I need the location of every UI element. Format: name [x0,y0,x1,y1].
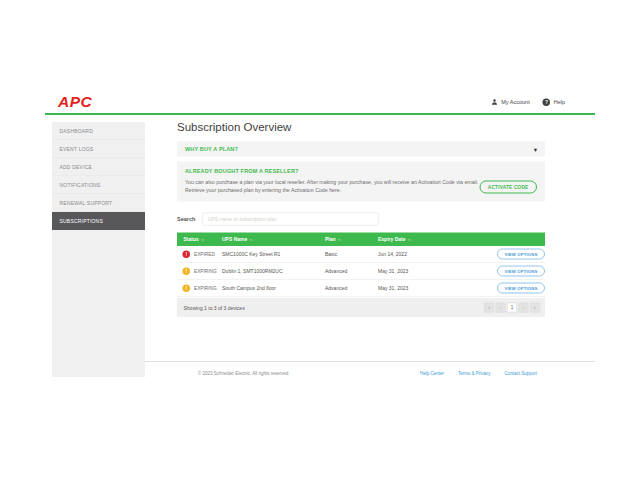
why-buy-a-plan-label: WHY BUY A PLAN? [185,146,238,152]
status-label: EXPIRING [194,268,217,274]
view-options-button[interactable]: VIEW OPTIONS [497,266,545,277]
chevron-down-icon: ▾ [534,145,537,153]
action-cell: VIEW OPTIONS [496,283,545,294]
main-content: Subscription Overview WHY BUY A PLAN? ▾ … [177,120,545,317]
search-label: Search [177,216,195,222]
status-cell: ! EXPIRING [177,267,222,275]
column-header-ups-name[interactable]: UPS Name ↑↓ [222,237,325,243]
column-header-status[interactable]: Status ↑↓ [177,237,222,243]
status-cell: ! EXPIRED [177,250,222,258]
pagination: « ‹ 1 › » [484,303,540,313]
help-center-link[interactable]: Help Center [420,371,444,376]
my-account-label: My Account [501,99,529,105]
table-row: ! EXPIRING Dublin 1, SMT1000RM2UC Advanc… [177,263,545,280]
site-footer: © 2023 Schneider Electric. All rights re… [145,367,595,380]
sidebar-item-renewal-support[interactable]: RENEWAL SUPPORT [52,194,145,212]
action-cell: VIEW OPTIONS [496,249,545,260]
status-label: EXPIRING [194,285,217,291]
plan-cell: Advanced [325,285,378,291]
sidebar-item-notifications[interactable]: NOTIFICATIONS [52,176,145,194]
why-buy-a-plan-accordion[interactable]: WHY BUY A PLAN? ▾ [177,142,545,157]
plan-cell: Advanced [325,268,378,274]
sort-icon: ↑↓ [408,237,411,242]
terms-privacy-link[interactable]: Terms & Privacy [458,371,491,376]
my-account-button[interactable]: My Account [491,99,530,106]
top-bar: APC My Account ? Help [45,91,595,113]
activate-code-button[interactable]: ACTIVATE CODE [479,181,537,194]
table-row: ! EXPIRING South Campus 2nd floor Advanc… [177,280,545,297]
ups-name-cell: SMC1000C Key Street R1 [222,251,325,257]
column-header-expiry-date[interactable]: Expiry Date ↑↓ [378,237,496,243]
reseller-description: You can also purchase a plan via your lo… [185,178,485,194]
last-page-button[interactable]: » [530,303,540,313]
expiring-status-icon: ! [183,284,191,292]
action-cell: VIEW OPTIONS [496,266,545,277]
table-header-row: Status ↑↓ UPS Name ↑↓ Plan ↑↓ Expiry Dat… [177,233,545,247]
apc-logo: APC [45,93,92,111]
person-icon [491,99,498,106]
expired-status-icon: ! [183,250,191,258]
contact-support-link[interactable]: Contact Support [504,371,537,376]
sort-icon: ↑↓ [338,237,341,242]
table-footer: Showing 1 to 3 of 3 devices « ‹ 1 › » [177,298,545,317]
ups-name-cell: South Campus 2nd floor [222,285,325,291]
sidebar: DASHBOARD EVENT LOGS ADD DEVICE NOTIFICA… [52,122,145,377]
expiry-date-cell: May 31, 2023 [378,285,496,291]
sort-icon: ↑↓ [201,237,204,242]
account-area: My Account ? Help [491,98,595,106]
status-cell: ! EXPIRING [177,284,222,292]
sidebar-item-event-logs[interactable]: EVENT LOGS [52,140,145,158]
search-row: Search [177,213,545,226]
reseller-title: ALREADY BOUGHT FROM A RESELLER? [185,168,537,174]
expiring-status-icon: ! [183,267,191,275]
sort-icon: ↑↓ [249,237,252,242]
help-icon: ? [543,98,551,106]
search-input[interactable] [202,213,378,226]
sidebar-item-dashboard[interactable]: DASHBOARD [52,122,145,140]
footer-links: Help Center Terms & Privacy Contact Supp… [420,371,595,376]
status-label: EXPIRED [194,251,215,257]
plan-cell: Basic [325,251,378,257]
results-summary: Showing 1 to 3 of 3 devices [184,305,245,311]
expiry-date-cell: Jun 14, 2022 [378,251,496,257]
page-title: Subscription Overview [177,120,545,134]
view-options-button[interactable]: VIEW OPTIONS [497,283,545,294]
copyright-text: © 2023 Schneider Electric. All rights re… [145,371,290,376]
help-button[interactable]: ? Help [543,98,565,106]
expiry-date-cell: May 31, 2023 [378,268,496,274]
column-header-plan[interactable]: Plan ↑↓ [325,237,378,243]
page-1-button[interactable]: 1 [507,303,517,313]
subscriptions-table: Status ↑↓ UPS Name ↑↓ Plan ↑↓ Expiry Dat… [177,233,545,318]
sidebar-item-add-device[interactable]: ADD DEVICE [52,158,145,176]
table-row: ! EXPIRED SMC1000C Key Street R1 Basic J… [177,246,545,263]
next-page-button[interactable]: › [519,303,529,313]
header-divider [45,113,595,115]
view-options-button[interactable]: VIEW OPTIONS [497,249,545,260]
page: APC My Account ? Help DASHBOARD EVENT LO… [0,0,640,480]
footer-divider [145,361,595,362]
previous-page-button[interactable]: ‹ [496,303,506,313]
sidebar-item-subscriptions[interactable]: SUBSCRIPTIONS [52,212,145,230]
ups-name-cell: Dublin 1, SMT1000RM2UC [222,268,325,274]
first-page-button[interactable]: « [484,303,494,313]
help-label: Help [554,99,565,105]
reseller-panel: ALREADY BOUGHT FROM A RESELLER? You can … [177,162,545,202]
